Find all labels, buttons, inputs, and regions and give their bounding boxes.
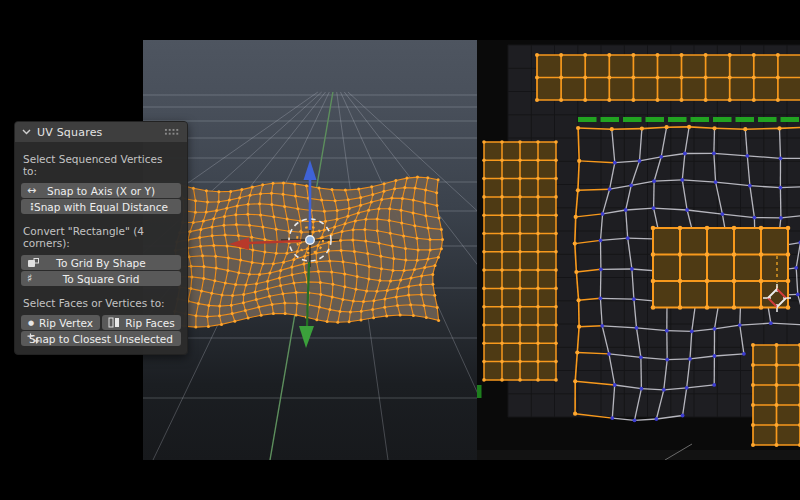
uv-center-block-face[interactable] [707, 228, 734, 255]
uv-left-block-face[interactable] [502, 179, 520, 197]
uv-top-strip-face[interactable] [561, 78, 585, 101]
uv-center-block-face[interactable] [680, 255, 707, 282]
uv-center-block-face[interactable] [734, 228, 761, 255]
uv-left-block-face[interactable] [502, 270, 520, 288]
uv-center-block-face[interactable] [707, 281, 734, 308]
uv-center-block-face[interactable] [680, 281, 707, 308]
uv-center-block-face[interactable] [680, 228, 707, 255]
uv-left-block-face[interactable] [538, 288, 556, 306]
uv-left-block-face[interactable] [520, 179, 538, 197]
uv-left-block-face[interactable] [502, 142, 520, 160]
uv-top-strip-face[interactable] [609, 55, 633, 78]
uv-top-strip-face[interactable] [682, 55, 706, 78]
uv-left-block-face[interactable] [520, 343, 538, 361]
rip-faces-button[interactable]: Rip Faces [102, 315, 181, 330]
uv-left-block-face[interactable] [538, 179, 556, 197]
uv-bottom-right-block-face[interactable] [753, 345, 777, 365]
uv-top-strip-face[interactable] [730, 55, 754, 78]
snap-equal-distance-button[interactable]: ⋮ Snap with Equal Distance [21, 199, 181, 214]
uv-left-block-face[interactable] [484, 197, 502, 215]
to-square-grid-button[interactable]: ♯ To Square Grid [21, 271, 181, 286]
uv-left-block-face[interactable] [538, 197, 556, 215]
uv-top-strip-face[interactable] [585, 78, 609, 101]
uv-center-block-face[interactable] [653, 281, 680, 308]
uv-left-block-face[interactable] [502, 325, 520, 343]
uv-left-block-face[interactable] [502, 288, 520, 306]
uv-center-block-face[interactable] [734, 281, 761, 308]
uv-left-block-face[interactable] [520, 142, 538, 160]
uv-left-block-face[interactable] [484, 325, 502, 343]
uv-top-strip-face[interactable] [778, 78, 800, 101]
uv-left-block-face[interactable] [520, 160, 538, 178]
uv-bottom-right-block-face[interactable] [777, 425, 800, 445]
uv-left-block-face[interactable] [484, 179, 502, 197]
uv-left-block-face[interactable] [538, 160, 556, 178]
uv-center-block-face[interactable] [761, 255, 788, 282]
uv-left-block-face[interactable] [538, 252, 556, 270]
uv-left-block-face[interactable] [520, 307, 538, 325]
chevron-down-icon[interactable] [22, 129, 31, 135]
uv-bottom-right-block-face[interactable] [753, 425, 777, 445]
uv-bottom-right-block-face[interactable] [777, 385, 800, 405]
to-grid-by-shape-button[interactable]: To Grid By Shape [21, 255, 181, 270]
uv-bottom-right-block-face[interactable] [753, 405, 777, 425]
uv-top-strip-face[interactable] [633, 55, 657, 78]
uv-top-strip-face[interactable] [754, 55, 778, 78]
uv-top-strip-face[interactable] [633, 78, 657, 101]
uv-top-strip-face[interactable] [706, 55, 730, 78]
uv-left-block-face[interactable] [520, 197, 538, 215]
uv-center-block-face[interactable] [761, 228, 788, 255]
uv-left-block-face[interactable] [520, 362, 538, 380]
uv-left-block-face[interactable] [484, 160, 502, 178]
uv-left-block-face[interactable] [538, 234, 556, 252]
snap-closest-unselected-button[interactable]: Snap to Closest Unselected [21, 331, 181, 346]
uv-left-block-face[interactable] [484, 270, 502, 288]
uv-left-block-face[interactable] [484, 343, 502, 361]
uv-top-strip-face[interactable] [706, 78, 730, 101]
uv-bottom-right-block-face[interactable] [753, 365, 777, 385]
rip-vertex-button[interactable]: ● Rip Vertex [21, 315, 100, 330]
uv-left-block-face[interactable] [484, 362, 502, 380]
uv-top-strip-face[interactable] [585, 55, 609, 78]
uv-bottom-right-block-face[interactable] [753, 385, 777, 405]
uv-left-block-face[interactable] [538, 215, 556, 233]
uv-left-block-face[interactable] [538, 362, 556, 380]
uv-left-block-face[interactable] [502, 215, 520, 233]
uv-left-block-face[interactable] [520, 252, 538, 270]
uv-top-strip-face[interactable] [754, 78, 778, 101]
uv-bottom-right-block-face[interactable] [777, 405, 800, 425]
uv-left-block-face[interactable] [502, 160, 520, 178]
uv-bottom-right-block-face[interactable] [777, 365, 800, 385]
uv-center-block-face[interactable] [734, 255, 761, 282]
uv-top-strip-face[interactable] [778, 55, 800, 78]
uv-left-block-face[interactable] [502, 343, 520, 361]
uv-left-block-face[interactable] [538, 307, 556, 325]
gizmo-z-arrowhead[interactable] [304, 160, 317, 180]
drag-grip-icon[interactable] [164, 128, 180, 136]
uv-left-block-face[interactable] [520, 270, 538, 288]
uv-top-strip-face[interactable] [658, 55, 682, 78]
uv-left-block-face[interactable] [520, 325, 538, 343]
gizmo-y-arrowhead[interactable] [299, 326, 314, 348]
gizmo-center-dot[interactable] [306, 236, 315, 245]
uv-top-strip-face[interactable] [561, 55, 585, 78]
uv-left-block-face[interactable] [484, 142, 502, 160]
uv-center-block-face[interactable] [653, 228, 680, 255]
uv-editor[interactable] [477, 40, 800, 460]
uv-left-block-face[interactable] [502, 252, 520, 270]
uv-center-block-face[interactable] [707, 255, 734, 282]
uv-left-block-face[interactable] [502, 197, 520, 215]
uv-left-block-face[interactable] [538, 270, 556, 288]
uv-top-strip-face[interactable] [682, 78, 706, 101]
uv-left-block-face[interactable] [520, 234, 538, 252]
3d-viewport[interactable] [143, 40, 477, 460]
uv-left-block-face[interactable] [484, 288, 502, 306]
uv-left-block-face[interactable] [484, 307, 502, 325]
uv-top-strip-face[interactable] [730, 78, 754, 101]
uv-center-block-face[interactable] [653, 255, 680, 282]
uv-top-strip-face[interactable] [609, 78, 633, 101]
uv-left-block-face[interactable] [538, 325, 556, 343]
uv-top-strip-face[interactable] [537, 78, 561, 101]
uv-top-strip-face[interactable] [537, 55, 561, 78]
snap-to-axis-button[interactable]: ↔ Snap to Axis (X or Y) [21, 183, 181, 198]
